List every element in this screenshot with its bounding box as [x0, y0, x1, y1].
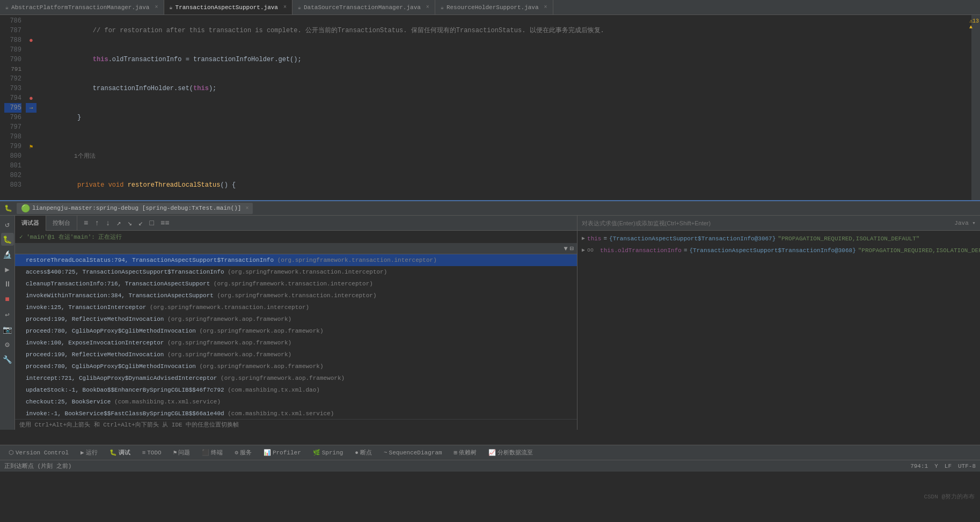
expand-old-arrow[interactable]: ▶: [582, 246, 585, 255]
btn-analyze-flow[interactable]: 📈 分析数据流至: [484, 447, 537, 458]
expand-this-arrow[interactable]: ▶: [582, 234, 585, 243]
filter-toggle[interactable]: ⊟: [570, 245, 574, 253]
sidebar-camera[interactable]: 📷: [1, 323, 14, 336]
sidebar-tools[interactable]: 🔧: [1, 353, 14, 366]
services-icon: ⚙: [235, 449, 238, 456]
toolbar-btn-step-into[interactable]: ↘: [126, 217, 134, 229]
btn-profiler[interactable]: 📊 Profiler: [259, 448, 305, 457]
debug-session-bar: 🐛 🟢 lianpengju-master:spring-debug [spri…: [0, 200, 980, 215]
tab-transaction-aspect[interactable]: ☕ TransactionAspectSupport.java ×: [164, 0, 292, 15]
warning-marker: ⚠13 ▲: [969, 18, 979, 30]
status-right: 794:1 Y LF UTF-8: [910, 463, 976, 469]
breakpoint-gutter: ● ● → ⚑: [26, 15, 36, 200]
variables-list: ▶ this = {TransactionAspectSupport$Trans…: [577, 231, 980, 430]
btn-terminal[interactable]: ⬛ 终端: [198, 447, 227, 458]
sidebar-pause[interactable]: ⏸: [1, 278, 14, 291]
stack-frame-item[interactable]: proceed:780, CglibAopProxy$CglibMethodIn…: [15, 361, 577, 372]
thread-info: ✓ 'main'@1 在运'main': 正在运行: [15, 231, 577, 244]
sequence-icon: ~: [384, 450, 387, 456]
sidebar-settings[interactable]: ⚙: [1, 338, 14, 351]
stack-frame-item[interactable]: updateStock:-1, BookDao$$EnhancerBySprin…: [15, 384, 577, 396]
sidebar-reload[interactable]: ↩: [1, 308, 14, 321]
btn-problems[interactable]: ⚑ 问题: [169, 447, 195, 458]
tab-datasource[interactable]: ☕ DataSourceTransactionManager.java ×: [292, 0, 435, 15]
debug-icon[interactable]: 🐛: [4, 204, 12, 212]
stack-frame-item[interactable]: invoke:100, ExposeInvocationInterceptor …: [15, 337, 577, 349]
breakpoint-status: 正到达断点 (片刻 之前): [4, 462, 71, 470]
watermark: CSDN @努力的布布: [924, 492, 975, 501]
stack-frame-item[interactable]: invoke:125, TransactionInterceptor (org.…: [15, 302, 577, 313]
bottom-panel: ↺ 🐛 🔬 ▶ ⏸ ■ ↩ 📷 ⚙ 🔧 调试器 控制台 ≡ ↑ ↓: [0, 215, 980, 430]
terminal-icon: ⬛: [202, 449, 209, 456]
debug-right-panel: Java ▾ ▶ this = {TransactionAspectSuppor…: [577, 216, 980, 430]
sidebar-debug-active[interactable]: 🐛: [1, 233, 14, 246]
java-file-icon-3: ☕: [298, 4, 301, 11]
code-content: // for restoration after this transactio…: [36, 15, 971, 200]
tab-close-btn[interactable]: ×: [155, 4, 158, 10]
tab-resource-holder[interactable]: ☕ ResourceHolderSupport.java ×: [435, 0, 553, 15]
stack-frame-item[interactable]: restoreThreadLocalStatus:794, Transactio…: [15, 254, 577, 266]
stack-frame-item[interactable]: cleanupTransactionInfo:716, TransactionA…: [15, 278, 577, 290]
toolbar-btn-list[interactable]: ≡: [82, 218, 90, 229]
java-file-icon-2: ☕: [170, 4, 173, 11]
variable-item-this: ▶ this = {TransactionAspectSupport$Trans…: [577, 233, 980, 245]
sidebar-resume[interactable]: ▶: [1, 263, 14, 276]
debug-left-panel: 调试器 控制台 ≡ ↑ ↓ ↗ ↘ ↙ □ ≡≡ ✓ 'main'@1 在运'm…: [15, 216, 577, 430]
editor-right-gutter: ⚠13 ▲: [971, 15, 980, 200]
tab-console[interactable]: 控制台: [46, 216, 77, 231]
toolbar-btn-step-out[interactable]: ↙: [136, 217, 145, 229]
toolbar-btn-mute[interactable]: ≡≡: [158, 218, 172, 229]
btn-spring[interactable]: 🌿 Spring: [309, 448, 348, 457]
bottom-toolbar: ⬡ Version Control ▶ 运行 🐛 调试 ≡ TODO ⚑ 问题 …: [0, 445, 980, 460]
debug-session-tab[interactable]: 🟢 lianpengju-master:spring-debug [spring…: [17, 203, 253, 214]
sidebar-scope[interactable]: 🔬: [1, 248, 14, 261]
stack-frame-list[interactable]: restoreThreadLocalStatus:794, Transactio…: [15, 254, 577, 419]
btn-services[interactable]: ⚙ 服务: [230, 447, 256, 458]
stack-frame-item[interactable]: proceed:199, ReflectiveMethodInvocation …: [15, 349, 577, 361]
watch-icon: oo: [587, 246, 594, 255]
tab-debugger[interactable]: 调试器: [15, 216, 46, 231]
variable-item-old-transaction: ▶ oo this.oldTransactionInfo = {Transact…: [577, 245, 980, 256]
version-icon: ⬡: [9, 449, 14, 456]
btn-dependencies[interactable]: ⊞ 依赖树: [450, 447, 481, 458]
dep-icon: ⊞: [454, 449, 458, 456]
java-lang-selector[interactable]: Java ▾: [954, 219, 976, 226]
btn-run[interactable]: ▶ 运行: [76, 447, 102, 458]
sidebar-stop[interactable]: ■: [1, 293, 14, 306]
session-close-btn[interactable]: ×: [245, 205, 248, 211]
eval-input[interactable]: [582, 220, 950, 226]
line-numbers: 786 787 788 789 790 791 792 793 794 795 …: [0, 15, 26, 200]
stack-frame-item[interactable]: proceed:199, ReflectiveMethodInvocation …: [15, 313, 577, 325]
stack-frame-item[interactable]: access$400:725, TransactionAspectSupport…: [15, 266, 577, 278]
bottom-notice: 使用 Ctrl+Alt+向上箭头 和 Ctrl+Alt+向下箭头 从 IDE 中…: [15, 419, 577, 430]
tab-close-btn-4[interactable]: ×: [544, 4, 547, 10]
status-left: 正到达断点 (片刻 之前): [4, 462, 904, 470]
sidebar-step-over[interactable]: ↺: [1, 218, 14, 231]
stack-frame-item[interactable]: invokeWithinTransaction:384, Transaction…: [15, 290, 577, 302]
btn-breakpoints[interactable]: ● 断点: [350, 447, 376, 458]
java-file-icon-4: ☕: [441, 4, 444, 11]
breakpoints-icon: ●: [355, 450, 359, 456]
toolbar-btn-step-over[interactable]: ↗: [114, 217, 123, 229]
editor-area: 786 787 788 789 790 791 792 793 794 795 …: [0, 15, 980, 200]
stack-frame-item[interactable]: checkout:25, BookService (com.mashibing.…: [15, 396, 577, 408]
btn-todo[interactable]: ≡ TODO: [138, 449, 166, 457]
variables-toolbar: Java ▾: [577, 216, 980, 231]
toolbar-btn-down[interactable]: ↓: [104, 218, 112, 229]
stack-frame-item[interactable]: intercept:721, CglibAopProxy$DynamicAdvi…: [15, 372, 577, 384]
btn-debug[interactable]: 🐛 调试: [105, 447, 135, 458]
tab-close-btn-2[interactable]: ×: [283, 4, 287, 10]
stack-frame-item[interactable]: invoke:-1, BookService$$FastClassBySprin…: [15, 408, 577, 419]
session-status-icon: 🟢: [21, 204, 30, 213]
tab-abstract-platform[interactable]: ☕ AbstractPlatformTransactionManager.jav…: [0, 0, 164, 15]
toolbar-btn-up[interactable]: ↑: [92, 218, 101, 229]
tab-bar: ☕ AbstractPlatformTransactionManager.jav…: [0, 0, 980, 15]
lf-label: LF: [945, 463, 952, 469]
tab-close-btn-3[interactable]: ×: [426, 4, 429, 10]
toolbar-btn-stop[interactable]: □: [148, 218, 156, 229]
stack-frame-item[interactable]: proceed:780, CglibAopProxy$CglibMethodIn…: [15, 325, 577, 337]
debug-icon-btn: 🐛: [109, 449, 117, 456]
btn-version-control[interactable]: ⬡ Version Control: [4, 448, 73, 457]
filter-icon[interactable]: ▼: [564, 245, 568, 253]
btn-sequence-diagram[interactable]: ~ SequenceDiagram: [379, 449, 447, 457]
